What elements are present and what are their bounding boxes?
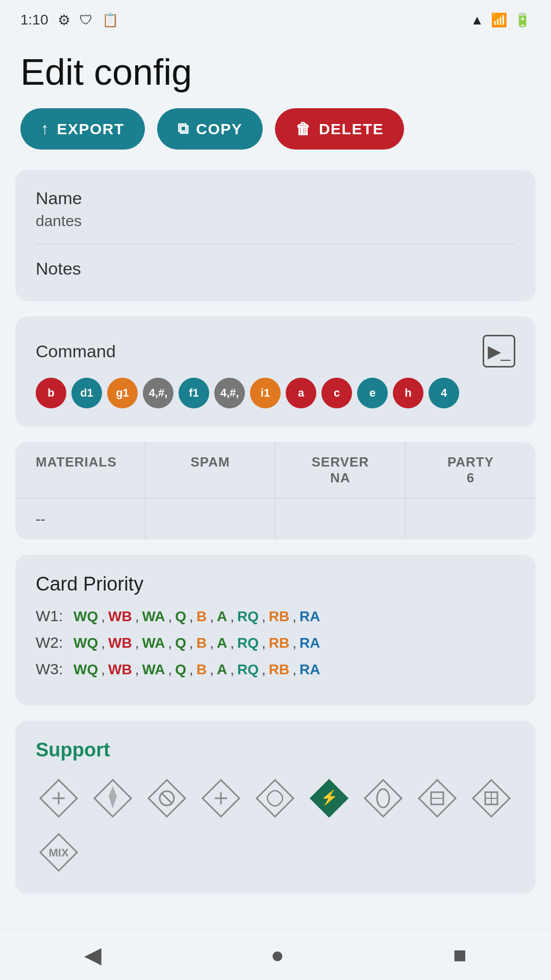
name-label: Name (36, 188, 515, 208)
status-left: 1:10 ⚙ 🛡 📋 (20, 12, 118, 29)
notes-field[interactable]: Notes (36, 259, 515, 279)
priority-token: RB (269, 608, 289, 625)
priority-token: B (196, 635, 207, 651)
materials-val3 (276, 499, 406, 540)
wave-label: W2: (36, 634, 66, 651)
wave-label: W3: (36, 660, 66, 678)
priority-token: WA (142, 635, 165, 651)
priority-token: RB (269, 662, 289, 678)
card-divider (36, 244, 515, 244)
materials-header-col2: SPAM (145, 442, 276, 498)
support-icon-6[interactable]: ⚡ (306, 775, 352, 821)
support-icon-2[interactable] (90, 775, 136, 821)
shield-icon: 🛡 (80, 12, 93, 28)
materials-header-col3: SERVERNA (276, 442, 406, 498)
priority-token: RQ (237, 662, 259, 678)
priority-token: B (196, 662, 207, 678)
priority-token: RQ (237, 608, 259, 625)
command-token: i1 (250, 378, 281, 408)
svg-text:⚡: ⚡ (320, 789, 338, 806)
support-icons: ⚡ MIX (36, 775, 515, 875)
materials-header-col4: PARTY6 (406, 442, 536, 498)
priority-comma: , (101, 608, 105, 625)
priority-comma: , (210, 608, 214, 625)
support-icon-9[interactable] (468, 775, 514, 821)
command-header: Command ▶_ (36, 335, 515, 368)
materials-card: MATERIALS SPAM SERVERNA PARTY6 -- (15, 442, 536, 540)
priority-comma: , (168, 635, 172, 651)
command-token: h (393, 378, 423, 408)
name-notes-card: Name dantes Notes (15, 170, 536, 301)
clipboard-icon: 📋 (102, 12, 118, 28)
priority-comma: , (135, 608, 139, 625)
support-icon-7[interactable] (360, 775, 406, 821)
priority-token: A (217, 662, 227, 678)
support-icon-8[interactable] (414, 775, 460, 821)
priority-token: WQ (73, 608, 98, 625)
svg-line-7 (162, 793, 172, 803)
materials-header-col1: MATERIALS (15, 442, 145, 498)
card-priority-section: Card Priority W1:WQ,WB,WA,Q,B,A,RQ,RB,RA… (15, 555, 536, 705)
priority-token: B (196, 608, 207, 625)
priority-token: WB (108, 608, 132, 625)
priority-token: WQ (73, 635, 98, 651)
materials-val2 (145, 499, 276, 540)
support-icon-5[interactable] (252, 775, 298, 821)
time-display: 1:10 (20, 12, 48, 28)
priority-comma: , (230, 608, 234, 625)
priority-comma: , (101, 635, 105, 651)
support-icon-10[interactable]: MIX (36, 829, 82, 875)
notes-label: Notes (36, 259, 515, 279)
materials-val1: -- (15, 499, 145, 540)
bottom-nav: ◀ ● ■ (0, 929, 551, 980)
command-token: e (357, 378, 388, 408)
priority-token: RA (299, 635, 320, 651)
support-icon-3[interactable] (144, 775, 190, 821)
name-field[interactable]: Name dantes (36, 188, 515, 230)
priority-token: A (217, 635, 227, 651)
priority-token: A (217, 608, 227, 625)
priority-comma: , (189, 662, 193, 678)
status-bar: 1:10 ⚙ 🛡 📋 ▲ 📶 🔋 (0, 0, 551, 36)
delete-button[interactable]: 🗑 DELETE (275, 108, 404, 150)
command-token: d1 (71, 378, 102, 408)
support-icon-1[interactable] (36, 775, 82, 821)
back-button[interactable]: ◀ (64, 934, 122, 976)
priority-token: RA (299, 608, 320, 625)
svg-marker-11 (257, 780, 293, 817)
home-button[interactable]: ● (250, 934, 305, 976)
priority-comma: , (262, 635, 266, 651)
priority-token: WA (142, 608, 165, 625)
page-title: Edit config (0, 36, 551, 108)
command-token: g1 (107, 378, 138, 408)
command-label: Command (36, 341, 116, 361)
priority-token: Q (175, 635, 186, 651)
priority-wave-row: W3:WQ,WB,WA,Q,B,A,RQ,RB,RA (36, 660, 515, 678)
command-token: a (286, 378, 316, 408)
recent-button[interactable]: ■ (433, 934, 487, 976)
priority-comma: , (292, 635, 296, 651)
command-token: c (321, 378, 352, 408)
export-button[interactable]: ↑ EXPORT (20, 108, 145, 150)
priority-comma: , (230, 635, 234, 651)
priority-token: WB (108, 662, 132, 678)
priority-comma: , (135, 662, 139, 678)
export-icon: ↑ (41, 119, 50, 138)
copy-button[interactable]: ⧉ COPY (157, 108, 263, 150)
priority-token: WB (108, 635, 132, 651)
svg-marker-14 (365, 780, 402, 817)
priority-token: RQ (237, 635, 259, 651)
materials-val4 (406, 499, 536, 540)
support-icon-4[interactable] (198, 775, 244, 821)
wifi-icon: ▲ (470, 12, 484, 28)
priority-comma: , (101, 662, 105, 678)
trash-icon: 🗑 (295, 120, 312, 138)
battery-icon: 🔋 (514, 12, 531, 28)
terminal-icon[interactable]: ▶_ (483, 335, 515, 368)
name-value: dantes (36, 212, 515, 230)
priority-wave-row: W2:WQ,WB,WA,Q,B,A,RQ,RB,RA (36, 634, 515, 651)
command-tokens: bd1g14,#,f14,#,i1aceh4 (36, 378, 515, 408)
materials-row[interactable]: -- (15, 499, 536, 540)
settings-icon: ⚙ (58, 12, 70, 29)
priority-rows: W1:WQ,WB,WA,Q,B,A,RQ,RB,RAW2:WQ,WB,WA,Q,… (36, 607, 515, 678)
